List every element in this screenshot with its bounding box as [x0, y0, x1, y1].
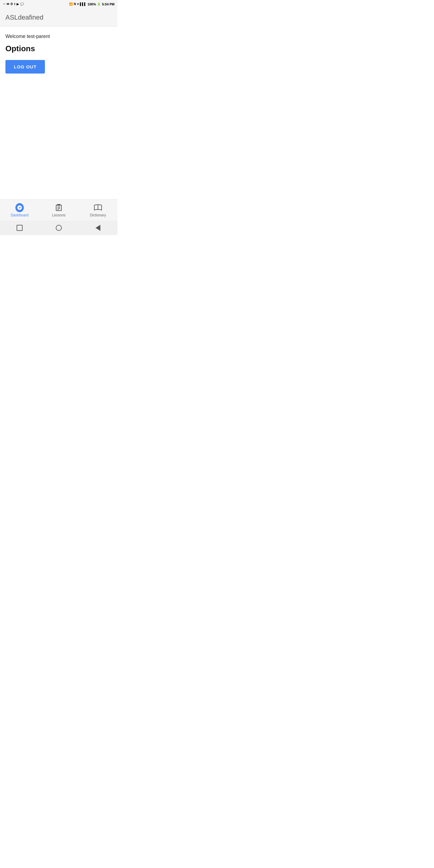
nav-item-dictionary[interactable]: Dictionary — [79, 204, 118, 217]
back-icon — [96, 225, 100, 231]
battery-icon: 🔋 — [97, 3, 101, 6]
compass-icon — [16, 203, 24, 212]
bottom-nav: Dashboard Lessons Dictionary — [0, 199, 118, 221]
clipboard-icon — [55, 204, 63, 212]
status-bar: ··· ✉ ⑦ t ▶ 💬 📶 N ▾ ▌▌▌ 100% 🔋 5:54 PM — [0, 0, 118, 8]
lessons-nav-icon — [55, 204, 63, 212]
status-time: 5:54 PM — [102, 2, 115, 6]
nfc-icon: N — [74, 3, 76, 6]
app-title: ASLdeafined — [5, 13, 43, 22]
ellipsis-icon: ··· — [3, 3, 5, 6]
play-icon: ▶ — [17, 3, 19, 6]
signal-icon: ▌▌▌ — [80, 3, 86, 6]
gmail-icon: ✉ — [7, 3, 9, 6]
chat-icon: 💬 — [20, 3, 24, 6]
recents-button[interactable] — [13, 222, 26, 234]
dashboard-nav-icon — [16, 204, 24, 212]
logout-button[interactable]: LOG OUT — [5, 60, 45, 73]
dashboard-nav-label: Dashboard — [11, 213, 29, 217]
dictionary-nav-label: Dictionary — [90, 213, 106, 217]
lessons-nav-label: Lessons — [52, 213, 66, 217]
home-button[interactable] — [53, 222, 65, 234]
recents-icon — [17, 225, 23, 231]
nav-item-dashboard[interactable]: Dashboard — [0, 204, 39, 217]
system-nav-bar — [0, 221, 118, 235]
welcome-message: Welcome test-parent — [5, 34, 112, 39]
compass-svg — [17, 205, 22, 210]
dictionary-nav-icon — [94, 204, 102, 212]
back-button[interactable] — [92, 222, 104, 234]
nav-item-lessons[interactable]: Lessons — [39, 204, 79, 217]
bluetooth-icon: 📶 — [69, 3, 73, 6]
app-bar: ASLdeafined — [0, 8, 118, 27]
battery-percentage: 100% — [87, 2, 96, 6]
main-content: Welcome test-parent Options LOG OUT — [0, 27, 118, 199]
book-icon — [94, 204, 102, 212]
wifi-icon: ▾ — [77, 3, 79, 6]
tumblr-icon: t — [14, 3, 15, 6]
clock-icon: ⑦ — [10, 3, 13, 6]
status-bar-notifications: ··· ✉ ⑦ t ▶ 💬 — [3, 3, 24, 6]
status-bar-system: 📶 N ▾ ▌▌▌ 100% 🔋 5:54 PM — [69, 2, 115, 6]
options-heading: Options — [5, 44, 112, 53]
home-icon — [56, 225, 62, 231]
